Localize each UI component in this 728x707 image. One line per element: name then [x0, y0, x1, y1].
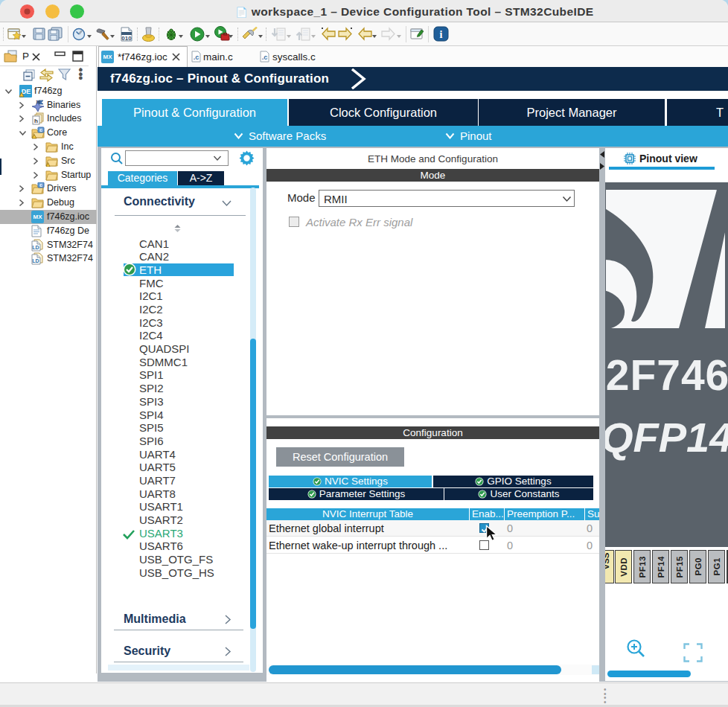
svg-text:.c: .c [194, 54, 199, 61]
svg-text:LD: LD [32, 245, 39, 250]
svg-text:c: c [39, 127, 42, 132]
svg-text:32F746: 32F746 [605, 351, 728, 399]
svg-text:i: i [440, 29, 443, 40]
svg-text:c: c [39, 182, 42, 188]
svg-text:LD: LD [32, 258, 39, 263]
svg-text:010: 010 [121, 35, 132, 42]
svg-text:QFP14: QFP14 [605, 414, 728, 461]
svg-text:.c: .c [262, 54, 268, 61]
svg-text:10: 10 [36, 100, 41, 104]
svg-text:h: h [34, 118, 38, 124]
